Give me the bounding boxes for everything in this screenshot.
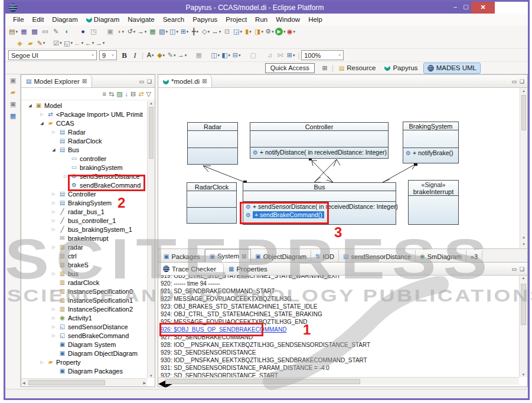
junction-icon[interactable]: ⊿ (265, 50, 275, 60)
tree-item-radar[interactable]: ▷▤Radar (21, 127, 147, 136)
canvas-vscrollbar[interactable]: ▲▲▼ (520, 88, 527, 248)
device-icon[interactable]: ▮▾ (243, 27, 253, 37)
tree-item-instancespecification1[interactable]: ▷▥InstanceSpecification1 (21, 296, 147, 304)
tree-collapsed-arrow-icon[interactable]: ▷ (50, 209, 58, 214)
diagram-tab-objectdiagram[interactable]: ▣ObjectDiagram (251, 250, 311, 263)
tree-item-diagram-objectdiagram[interactable]: ▣Diagram ObjectDiagram (21, 349, 147, 358)
link-arrow-icon[interactable]: →▾ (137, 27, 147, 37)
zoom-region-icon[interactable]: ⊡ (222, 27, 232, 37)
tree-expanded-arrow-icon[interactable]: ◢ (50, 148, 58, 152)
diagram-tab-iod[interactable]: ⇅IOD (311, 250, 339, 263)
link-editor-icon[interactable]: ⇆ (109, 90, 114, 98)
tree-collapsed-arrow-icon[interactable]: ▷ (61, 174, 70, 179)
tree-collapsed-arrow-icon[interactable]: ▷ (50, 245, 58, 250)
sort-icon[interactable]: ↓ (125, 90, 129, 97)
diagram-tab--3[interactable]: »3 (466, 250, 482, 263)
tree-collapsed-arrow-icon[interactable]: ▷ (50, 192, 58, 196)
perspective-mades-uml[interactable]: MADES UML (423, 63, 481, 74)
back-icon[interactable]: ←▾ (84, 38, 94, 48)
diagram-tab-system[interactable]: ▣System⊠ (205, 249, 252, 263)
quick-access-input[interactable]: Quick Access (265, 63, 315, 73)
tree-collapsed-arrow-icon[interactable]: ▷ (50, 325, 58, 329)
tree-item-diagram-packages[interactable]: ▣Diagram Packages (21, 366, 147, 375)
diagram-tab-smdiagram[interactable]: ◉SmDiagram (416, 250, 466, 263)
tree-item-instancespecification2[interactable]: ▷▥InstanceSpecification2 (21, 304, 147, 313)
explore-icon[interactable]: ╋▾ (190, 27, 200, 37)
marquee-icon[interactable]: ▢ (248, 50, 258, 60)
tree-item-controller[interactable]: ▭controller (21, 154, 147, 163)
uml-class-bus[interactable]: Bus⚙+ sendSensorDistance( in receivedDis… (243, 182, 396, 225)
tree-item-model[interactable]: ◢▣Model (21, 101, 147, 110)
save-icon[interactable]: ▦ (19, 27, 29, 37)
tree-collapsed-arrow-icon[interactable]: ▷ (50, 289, 58, 294)
print-icon[interactable]: ▭ (40, 27, 50, 37)
fill-color-icon[interactable]: ◆▾ (156, 50, 166, 60)
flat-list-icon[interactable]: ≡ (103, 90, 106, 97)
crop-region-icon[interactable]: ◲▾ (233, 27, 243, 37)
tree-collapsed-arrow-icon[interactable]: ▷ (50, 130, 58, 135)
tree-collapsed-arrow-icon[interactable]: ▷ (50, 218, 58, 223)
tree-item-brakingsystem[interactable]: ▭brakingSystem (21, 163, 147, 172)
minimize-view-icon[interactable]: ▭ (511, 78, 517, 84)
menu-item-navigate[interactable]: Navigate (123, 16, 158, 23)
tree-expanded-arrow-icon[interactable]: ◢ (26, 103, 34, 108)
arrow-type-icon[interactable]: →▾ (177, 50, 187, 60)
trace-line-926[interactable]: 926: $OBJ_BUS_OP_SENDBRAKECOMMAND (161, 326, 519, 333)
tree-collapsed-arrow-icon[interactable]: ▷ (50, 201, 58, 205)
tree-expanded-arrow-icon[interactable]: ◢ (38, 121, 46, 126)
console-hscrollbar[interactable]: ◀▶ (158, 377, 519, 385)
zoom-select[interactable]: 100%˅ (301, 50, 344, 60)
forward-icon[interactable]: →▾ (95, 38, 105, 48)
tree-item-radar[interactable]: ▷▥radar (21, 243, 147, 251)
perspective-resource[interactable]: ▤Resource (335, 63, 380, 74)
tree-item-instancespecification0[interactable]: ▷▥InstanceSpecification0 (21, 287, 147, 296)
pen-icon[interactable]: ✎ (51, 27, 61, 37)
run-icon[interactable]: ▶▾ (275, 27, 286, 37)
tree-item-bus[interactable]: ◢▤Bus (21, 145, 147, 154)
uml-class-brakingsystem[interactable]: BrakingSystem⚙+ notifyBrake() (403, 122, 459, 163)
minimize-button[interactable]: – (450, 2, 461, 14)
tree-item-controller[interactable]: ▷▤Controller (21, 189, 147, 198)
swap-icon[interactable]: ⇄ (138, 90, 143, 98)
maximize-button[interactable]: ▢ (461, 2, 471, 14)
tree-item-radarclock[interactable]: ▥radarClock (21, 278, 147, 287)
tree-collapsed-arrow-icon[interactable]: ▷ (50, 333, 58, 338)
maximize-view-icon[interactable]: ❏ (520, 78, 524, 84)
menu-item-help[interactable]: Help (304, 16, 327, 23)
uml-operation[interactable]: ⚙+ sendSensorDistance( in receivedDistan… (243, 202, 396, 211)
save-all-icon[interactable]: ▩ (30, 27, 40, 37)
close-tab-icon[interactable]: ⊠ (202, 78, 207, 84)
tab-properties[interactable]: ▦Properties (224, 263, 272, 275)
minimize-view-icon[interactable]: ▭ (139, 78, 144, 84)
tree-collapsed-arrow-icon[interactable]: ▷ (50, 316, 58, 320)
tree-item--package-import-uml-primit[interactable]: ▷⇄<Package Import> UML Primit (21, 110, 147, 119)
new-package-icon[interactable]: ◈ (15, 38, 25, 48)
tree-item-activity1[interactable]: ▷◉Activity1 (21, 313, 147, 322)
table-view-icon[interactable]: ▦ (148, 27, 158, 37)
tree-item-property[interactable]: ▷▰Property (21, 358, 147, 366)
table-icon[interactable]: ▦ (194, 50, 204, 60)
uml-operation[interactable]: ⚙+ sendBrakeCommand() (243, 211, 396, 219)
tree-item-sendsensordistance[interactable]: ▷⚙sendSensorDistance (21, 172, 147, 181)
model-tree-vscrollbar[interactable]: ▲▼ (147, 101, 155, 378)
line-color-icon[interactable]: ✎▾ (167, 50, 177, 60)
layers-icon[interactable]: ◧▾ (221, 50, 231, 60)
tree-item-sendbrakecommand[interactable]: ⚙sendBrakeCommand (21, 181, 147, 189)
refresh-icon[interactable]: ↺▾ (126, 27, 136, 37)
menu-item-edit[interactable]: Edit (28, 16, 48, 23)
trace-output[interactable]: 919: OBJ_CTRL_STD_STATEMACHINE1_STATE_WA… (158, 276, 519, 377)
perspective-papyrus[interactable]: Papyrus (381, 63, 421, 74)
minimized-outline-view-icon[interactable]: ▦ (5, 110, 21, 122)
tree-item-radar-bus-1[interactable]: ▷╱radar_bus_1 (21, 207, 147, 216)
menu-item-diagram[interactable]: Diagram (48, 16, 81, 23)
restore-pane-icon[interactable]: ▣ (5, 74, 21, 86)
tree-item-diagram-system[interactable]: ▣Diagram System (21, 340, 147, 349)
uml-operation[interactable]: ⚙+ notifyDistance( in receivedDistance: … (250, 148, 388, 156)
maximize-view-icon[interactable]: ❏ (520, 266, 524, 272)
maximize-view-icon[interactable]: ❏ (147, 78, 152, 84)
open-element-icon[interactable]: ▰ (25, 38, 35, 48)
menu-item-papyrus[interactable]: Papyrus (188, 16, 221, 23)
arrange-icon[interactable]: ⊞▾ (179, 27, 190, 37)
font-size-select[interactable]: 9˅ (99, 50, 117, 60)
uml-class-controller[interactable]: Controller⚙+ notifyDistance( in received… (250, 122, 389, 159)
